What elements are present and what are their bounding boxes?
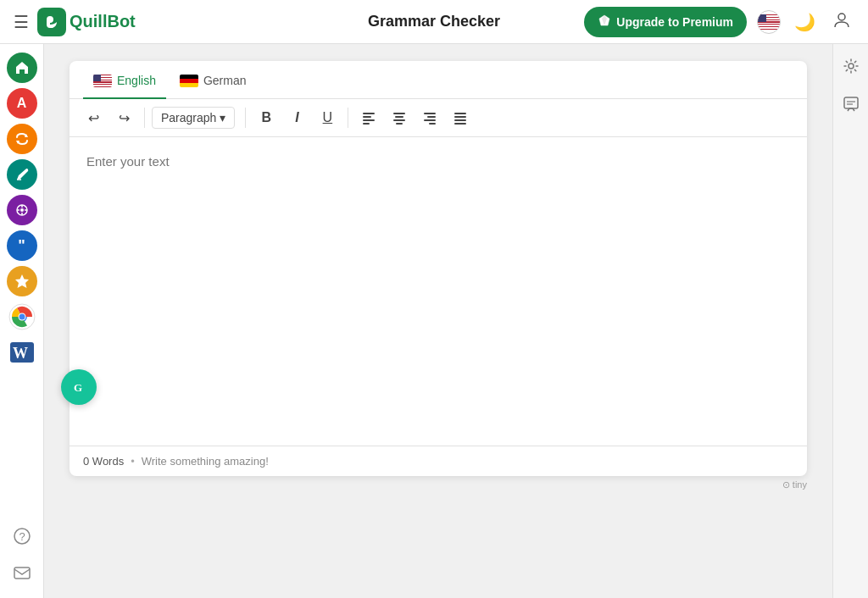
svg-rect-26 xyxy=(363,123,370,125)
svg-rect-29 xyxy=(393,119,405,121)
header-left: ☰ QuillBot xyxy=(14,8,136,36)
sidebar-icon-chrome[interactable] xyxy=(7,302,37,332)
svg-text:?: ? xyxy=(19,530,25,543)
logo[interactable]: QuillBot xyxy=(37,8,136,36)
svg-rect-30 xyxy=(396,123,403,125)
svg-rect-25 xyxy=(363,119,375,121)
upgrade-label: Upgrade to Premium xyxy=(616,15,733,29)
sidebar-icon-write[interactable] xyxy=(7,159,37,190)
redo-button[interactable]: ↪ xyxy=(110,104,137,131)
italic-button[interactable]: I xyxy=(283,104,310,131)
editor-card: English German ↩ ↪ xyxy=(70,61,807,476)
word-count: 0 Words xyxy=(83,455,124,468)
sidebar-icon-word[interactable]: W xyxy=(7,337,37,368)
paragraph-label: Paragraph xyxy=(161,111,216,125)
svg-rect-35 xyxy=(454,113,466,114)
hamburger-icon[interactable]: ☰ xyxy=(14,12,29,32)
undo-button[interactable]: ↩ xyxy=(80,104,107,131)
svg-rect-34 xyxy=(429,123,436,125)
svg-marker-13 xyxy=(15,274,29,288)
right-sidebar xyxy=(832,44,868,598)
align-left-button[interactable] xyxy=(355,104,382,131)
svg-rect-22 xyxy=(14,568,30,579)
svg-text:W: W xyxy=(13,345,28,362)
align-center-button[interactable] xyxy=(386,104,413,131)
sidebar-bottom: ? xyxy=(9,523,35,590)
svg-rect-42 xyxy=(844,97,858,108)
editor-footer: 0 Words • Write something amazing! xyxy=(70,446,807,476)
align-right-button[interactable] xyxy=(416,104,443,131)
page-title: Grammar Checker xyxy=(368,13,500,30)
svg-point-17 xyxy=(19,314,25,320)
german-flag xyxy=(180,75,198,87)
logo-text: QuillBot xyxy=(70,12,136,31)
language-flag[interactable] xyxy=(757,10,781,34)
editor-content: G xyxy=(70,137,807,446)
svg-rect-38 xyxy=(454,123,466,125)
text-input[interactable] xyxy=(86,154,790,429)
mail-icon[interactable] xyxy=(9,560,35,590)
align-justify-button[interactable] xyxy=(447,104,474,131)
toolbar: ↩ ↪ Paragraph ▾ B I U xyxy=(70,99,807,137)
logo-icon xyxy=(37,8,66,36)
sidebar-icon-citations[interactable]: " xyxy=(7,230,37,261)
upgrade-button[interactable]: Upgrade to Premium xyxy=(584,7,747,37)
gem-icon xyxy=(598,14,611,30)
grammarly-widget[interactable]: G xyxy=(61,369,97,405)
sidebar-icon-premium[interactable] xyxy=(7,266,37,296)
tab-german[interactable]: German xyxy=(170,62,257,99)
separator-3 xyxy=(348,108,348,128)
english-flag xyxy=(93,75,112,87)
comment-icon[interactable] xyxy=(839,92,863,120)
content-area: English German ↩ ↪ xyxy=(44,44,832,598)
dark-mode-icon[interactable]: 🌙 xyxy=(791,8,819,36)
settings-icon[interactable] xyxy=(839,54,863,82)
underline-button[interactable]: U xyxy=(314,104,341,131)
svg-point-41 xyxy=(849,64,854,69)
footer-message: Write something amazing! xyxy=(142,455,269,468)
svg-rect-32 xyxy=(427,116,436,118)
english-label: English xyxy=(117,74,156,87)
svg-rect-37 xyxy=(454,119,466,121)
svg-rect-28 xyxy=(395,116,403,118)
svg-text:G: G xyxy=(74,381,82,394)
footer-dot: • xyxy=(131,455,135,468)
svg-rect-33 xyxy=(424,119,436,121)
header: ☰ QuillBot Grammar Checker Upgrade to Pr… xyxy=(0,0,868,44)
tiny-branding: ⊙ tiny xyxy=(70,476,807,494)
svg-rect-31 xyxy=(424,113,436,114)
svg-rect-27 xyxy=(393,113,405,114)
sidebar-icon-home[interactable] xyxy=(7,53,37,83)
help-icon[interactable]: ? xyxy=(9,523,35,553)
header-right: Upgrade to Premium 🌙 xyxy=(584,7,854,37)
chevron-down-icon: ▾ xyxy=(220,111,225,125)
sidebar: A " xyxy=(0,44,44,598)
sidebar-icon-paraphrase[interactable] xyxy=(7,124,37,154)
separator-2 xyxy=(245,108,246,128)
sidebar-icon-grammar[interactable]: A xyxy=(7,88,37,119)
german-label: German xyxy=(203,74,247,87)
tab-english[interactable]: English xyxy=(83,62,166,99)
bold-button[interactable]: B xyxy=(253,104,280,131)
user-icon[interactable] xyxy=(829,7,854,36)
svg-rect-36 xyxy=(454,116,466,118)
svg-rect-24 xyxy=(363,116,371,118)
language-tabs: English German xyxy=(70,61,807,99)
sidebar-icon-summarize[interactable] xyxy=(7,195,37,225)
svg-point-3 xyxy=(838,14,845,20)
svg-point-8 xyxy=(20,208,24,212)
separator-1 xyxy=(144,108,145,128)
svg-rect-23 xyxy=(363,113,375,114)
paragraph-select[interactable]: Paragraph ▾ xyxy=(152,107,235,129)
main-layout: A " xyxy=(0,44,868,598)
